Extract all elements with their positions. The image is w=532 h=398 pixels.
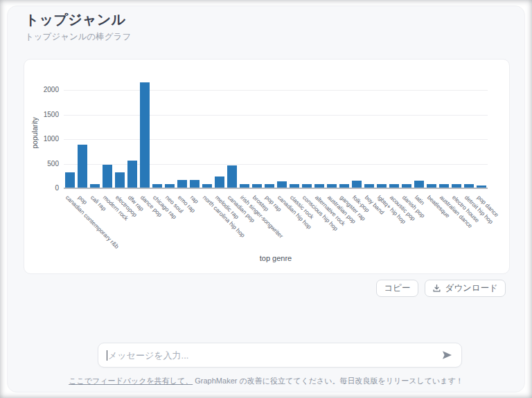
y-tick-label: 0: [26, 184, 59, 192]
bar: [115, 172, 125, 188]
y-tick-label: 2000: [26, 86, 59, 93]
send-icon[interactable]: [442, 350, 452, 363]
download-button-label: ダウンロード: [445, 282, 498, 294]
text-caret: [107, 350, 107, 361]
x-axis-title: top genre: [64, 254, 488, 262]
y-tick-label: 1500: [26, 111, 59, 118]
bar: [227, 165, 237, 188]
page-title: トップジャンル: [25, 10, 125, 29]
gridline: [64, 139, 488, 140]
main-panel: トップジャンル トップジャンルの棒グラフ popularity top genr…: [7, 6, 525, 392]
download-button[interactable]: ダウンロード: [425, 280, 506, 297]
x-axis-line: [64, 188, 488, 189]
chart-actions: コピー ダウンロード: [376, 280, 506, 297]
app-window: トップジャンル トップジャンルの棒グラフ popularity top genr…: [0, 0, 532, 398]
y-tick-label: 1000: [26, 135, 59, 143]
copy-button-label: コピー: [384, 282, 410, 294]
download-icon: [432, 284, 441, 293]
message-input[interactable]: [108, 343, 427, 367]
bar: [127, 161, 137, 188]
bar: [215, 177, 224, 188]
bar-chart: popularity top genre 0500100015002000can…: [24, 60, 509, 273]
copy-button[interactable]: コピー: [376, 280, 418, 297]
gridline: [64, 90, 488, 91]
bar: [140, 82, 150, 188]
footer-text: GraphMaker の改善に役立ててください。毎日改良版をリリースしています！: [193, 377, 463, 385]
chart-card: popularity top genre 0500100015002000can…: [24, 59, 510, 274]
y-tick-label: 500: [26, 160, 59, 168]
bar: [78, 145, 87, 188]
gridline: [64, 115, 488, 116]
message-composer: [98, 343, 462, 368]
feedback-link[interactable]: ここでフィードバックを共有して、: [69, 377, 193, 385]
y-axis-title: popularity: [30, 117, 39, 149]
bar: [65, 172, 75, 188]
bar: [103, 165, 112, 188]
feedback-footer: ここでフィードバックを共有して、 GraphMaker の改善に役立ててください…: [8, 376, 524, 386]
page-subtitle: トップジャンルの棒グラフ: [25, 31, 131, 43]
